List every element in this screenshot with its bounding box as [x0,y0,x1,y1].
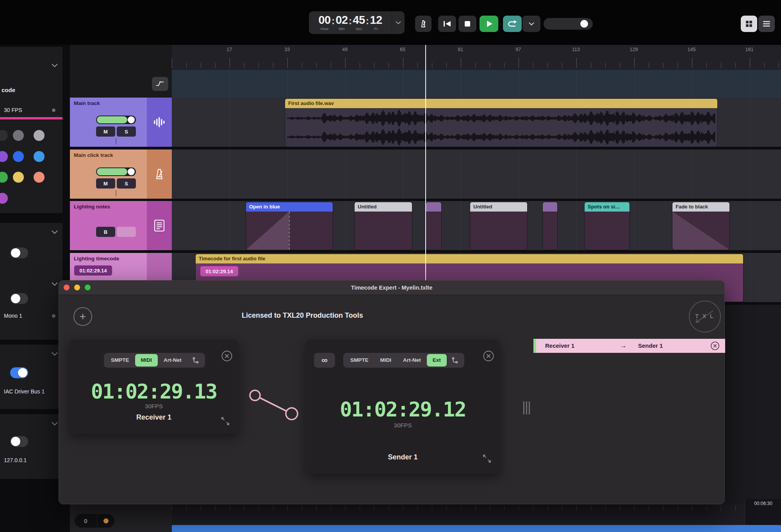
region-open-in-blue[interactable]: Open in blue [246,202,333,250]
counter-value[interactable]: 0 [75,514,97,528]
color-swatch[interactable] [13,172,24,183]
resize-sender-button[interactable] [482,454,492,464]
click-track-volume-slider[interactable] [96,167,136,176]
cycle-options-button[interactable] [522,16,540,32]
color-swatch[interactable] [0,130,8,141]
window-titlebar[interactable]: Timecode Expert - Myelin.txlte [59,281,724,295]
timecode-display-menu[interactable] [392,11,405,34]
connection-endpoint[interactable] [286,408,298,420]
color-swatch[interactable] [34,172,45,183]
view-toggle-workspace-button[interactable] [741,16,757,32]
tab-midi[interactable]: MIDI [374,354,398,367]
master-volume-slider[interactable] [544,18,593,30]
volume-slider-knob[interactable] [580,20,588,28]
view-toggle-list-button[interactable] [758,16,775,32]
ruler-tick [692,58,692,68]
section-2-toggle[interactable] [10,247,28,258]
chevron-down-icon [52,352,58,356]
click-track-mute-button[interactable]: M [96,178,115,189]
tab-artnet[interactable]: Art-Net [397,354,427,367]
region-spots[interactable]: Spots on si… [585,202,629,250]
section-collapse-button[interactable] [52,228,58,235]
timeline-ruler[interactable]: 173349658197113129145161 [172,45,781,70]
main-track-icon-cell[interactable] [147,98,172,147]
close-sender-button[interactable] [483,350,494,362]
ruler-tick [504,63,505,68]
resize-receiver-button[interactable] [220,416,230,426]
record-indicator-button[interactable] [97,514,114,528]
lighting-notes-blank-button[interactable] [117,227,136,237]
loop-mode-button[interactable]: ∞ [314,353,335,368]
tab-ext[interactable]: Ext [427,354,447,367]
transport-timecode-display[interactable]: 00Hour : 02Min : 45Sec : 12Fr [309,11,405,34]
iac-driver-toggle[interactable] [10,367,28,378]
slider-knob[interactable] [128,168,135,175]
section-collapse-button[interactable] [52,280,58,287]
ruler-tick [750,58,750,68]
track-header-lighting-notes[interactable]: Lighting notes [70,201,147,250]
global-tracks-button[interactable] [152,77,168,91]
color-swatch[interactable] [0,172,8,183]
region-first-audio-file[interactable]: First audio file.wav [285,99,717,147]
connection-endpoint[interactable] [250,390,260,400]
lighting-notes-b-button[interactable]: B [96,227,115,237]
tab-midi[interactable]: MIDI [135,354,158,367]
main-track-solo-button[interactable]: S [117,126,136,137]
color-swatch[interactable] [34,130,45,141]
overview-tick [519,506,519,511]
network-toggle[interactable] [10,436,28,447]
slider-knob[interactable] [128,116,135,123]
playhead[interactable] [425,45,426,280]
stop-button[interactable] [458,16,476,32]
region-small-1[interactable] [426,202,441,250]
lighting-notes-icon-cell[interactable] [147,201,172,250]
overview-tick [576,506,577,511]
timecode-expert-window[interactable]: Timecode Expert - Myelin.txlte + License… [59,280,725,504]
sidebar-section-network: 127.0.0.1 [0,414,62,479]
receiver-card[interactable]: SMPTE MIDI Art-Net 01:02:29.13 30FPS Rec… [69,339,239,434]
color-swatch[interactable] [0,193,8,204]
close-receiver-button[interactable] [221,350,233,362]
ruler-tick [172,58,172,68]
overview-strip[interactable] [172,504,781,525]
add-unit-button[interactable]: + [73,307,92,326]
section-collapse-button[interactable] [52,350,58,357]
main-track-volume-slider[interactable] [96,116,136,124]
color-swatch[interactable] [13,130,24,141]
receiver-fps-label: 30FPS [69,403,239,409]
section-collapse-button[interactable] [52,420,58,427]
region-fade-to-black[interactable]: Fade to black [672,202,729,250]
lighting-timecode-value-badge[interactable]: 01:02:29.14 [74,265,112,276]
tab-smpte[interactable]: SMPTE [105,354,135,367]
counter-control[interactable]: 0 [75,514,114,528]
color-swatch[interactable] [34,151,45,162]
cycle-range-strip[interactable] [172,70,781,98]
project-end-time-box: 00:06:30 [745,499,781,525]
click-track-solo-button[interactable]: S [117,178,136,189]
overview-tick [735,506,736,511]
tab-routing-options[interactable] [187,354,204,367]
go-to-beginning-button[interactable] [438,16,456,32]
region-small-2[interactable] [543,202,557,250]
region-untitled-1[interactable]: Untitled [355,202,412,250]
section-collapse-button[interactable] [52,62,58,69]
overview-scrollbar[interactable] [172,525,781,532]
sender-card[interactable]: ∞ SMPTE MIDI Art-Net Ext 01:02:29.12 30F… [306,339,500,474]
play-button[interactable] [480,16,498,32]
click-track-icon-cell[interactable] [147,149,172,199]
remove-routing-button[interactable] [710,341,720,351]
color-swatch[interactable] [13,151,24,162]
routing-source: Receiver 1 [545,339,574,353]
color-swatch[interactable] [0,151,8,162]
tab-smpte[interactable]: SMPTE [344,354,374,367]
cycle-button[interactable] [503,16,522,32]
region-untitled-2[interactable]: Untitled [470,202,527,250]
patch-connection[interactable] [246,387,305,422]
routing-row[interactable]: Receiver 1 → Sender 1 [533,339,725,353]
tab-routing-options[interactable] [447,354,463,367]
metronome-button[interactable] [415,16,432,32]
mono-toggle[interactable] [10,293,28,304]
tab-artnet[interactable]: Art-Net [158,354,187,367]
main-track-mute-button[interactable]: M [96,126,115,137]
lane-click-track[interactable] [172,149,781,199]
